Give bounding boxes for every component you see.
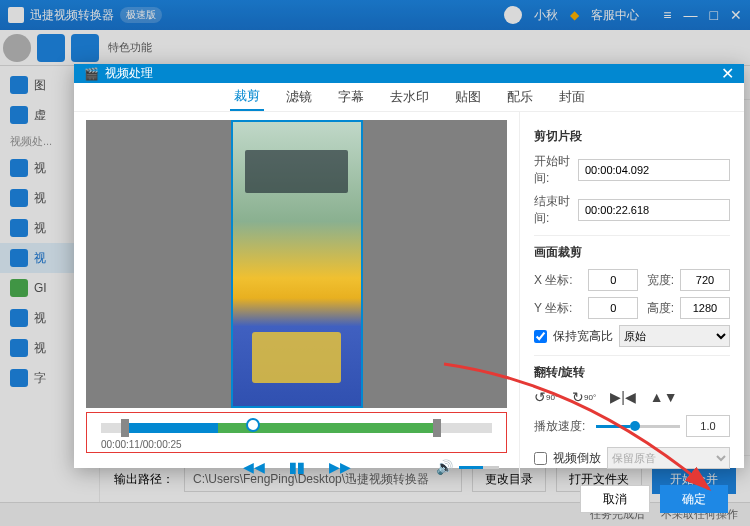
ratio-select[interactable]: 原始 (619, 325, 730, 347)
flip-horizontal-icon[interactable]: ▶|◀ (610, 389, 636, 405)
speed-label: 播放速度: (534, 418, 590, 435)
settings-column: 剪切片段 开始时间: 结束时间: 画面裁剪 X 坐标: 宽度: Y 坐标: 高度… (519, 112, 744, 485)
ok-button[interactable]: 确定 (660, 485, 728, 513)
rotate-right-icon[interactable]: ↻90° (572, 389, 596, 405)
keep-ratio-label: 保持宽高比 (553, 328, 613, 345)
tab-crop[interactable]: 裁剪 (230, 83, 264, 111)
tab-filter[interactable]: 滤镜 (282, 84, 316, 110)
x-input[interactable] (588, 269, 638, 291)
timeline[interactable] (101, 423, 492, 433)
reverse-checkbox[interactable] (534, 452, 547, 465)
width-label: 宽度: (644, 272, 674, 289)
end-time-input[interactable] (578, 199, 730, 221)
tab-cover[interactable]: 封面 (555, 84, 589, 110)
video-frame (231, 120, 363, 408)
cancel-button[interactable]: 取消 (580, 485, 650, 513)
start-time-label: 开始时间: (534, 153, 572, 187)
y-label: Y 坐标: (534, 300, 582, 317)
tab-subtitle[interactable]: 字幕 (334, 84, 368, 110)
tab-watermark[interactable]: 去水印 (386, 84, 433, 110)
time-current: 00:00:11 (101, 439, 140, 450)
width-input[interactable] (680, 269, 730, 291)
end-time-label: 结束时间: (534, 193, 572, 227)
crop-title: 画面裁剪 (534, 244, 730, 261)
timeline-track-left (121, 423, 219, 433)
flip-vertical-icon[interactable]: ▲▼ (650, 389, 678, 405)
timeline-highlighted: 00:00:11/00:00:25 (86, 412, 507, 453)
volume-icon: 🔊 (436, 459, 453, 475)
height-label: 高度: (644, 300, 674, 317)
modal-titlebar: 🎬 视频处理 ✕ (74, 64, 744, 83)
modal-close-button[interactable]: ✕ (721, 64, 734, 83)
trim-handle-start[interactable] (121, 419, 129, 437)
volume-slider[interactable] (459, 466, 499, 469)
preview-column: 00:00:11/00:00:25 ◀◀ ▮▮ ▶▶ 🔊 (74, 112, 519, 485)
rotate-left-icon[interactable]: ↺90° (534, 389, 558, 405)
modal-icon: 🎬 (84, 67, 99, 81)
reverse-audio-select[interactable]: 保留原音 (607, 447, 730, 469)
modal-tabs: 裁剪 滤镜 字幕 去水印 贴图 配乐 封面 (74, 83, 744, 112)
reverse-label: 视频倒放 (553, 450, 601, 467)
keep-ratio-checkbox[interactable] (534, 330, 547, 343)
video-edit-modal: 🎬 视频处理 ✕ 裁剪 滤镜 字幕 去水印 贴图 配乐 封面 (74, 64, 744, 468)
volume-control[interactable]: 🔊 (436, 459, 499, 475)
tab-music[interactable]: 配乐 (503, 84, 537, 110)
height-input[interactable] (680, 297, 730, 319)
time-total: 00:00:25 (143, 439, 182, 450)
playback-controls: ◀◀ ▮▮ ▶▶ 🔊 (86, 453, 507, 477)
trim-handle-end[interactable] (433, 419, 441, 437)
playhead[interactable] (246, 418, 260, 432)
speed-value[interactable]: 1.0 (686, 415, 730, 437)
forward-button[interactable]: ▶▶ (329, 459, 351, 475)
start-time-input[interactable] (578, 159, 730, 181)
rewind-button[interactable]: ◀◀ (243, 459, 265, 475)
modal-footer: 取消 确定 (74, 485, 744, 513)
x-label: X 坐标: (534, 272, 582, 289)
video-preview[interactable] (86, 120, 507, 408)
modal-title-text: 视频处理 (105, 65, 153, 82)
y-input[interactable] (588, 297, 638, 319)
rotate-title: 翻转/旋转 (534, 364, 730, 381)
trim-title: 剪切片段 (534, 128, 730, 145)
pause-button[interactable]: ▮▮ (289, 459, 305, 475)
speed-slider[interactable] (596, 425, 680, 428)
tab-sticker[interactable]: 贴图 (451, 84, 485, 110)
